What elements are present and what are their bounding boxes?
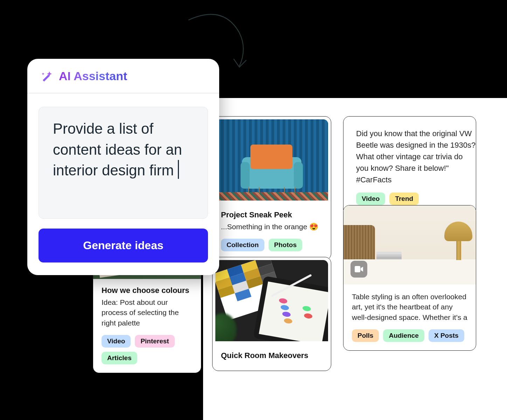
tag-row: Video Pinterest Articles — [102, 335, 193, 364]
card-title: Project Sneak Peek — [221, 210, 322, 219]
tag-polls[interactable]: Polls — [352, 329, 379, 342]
svg-rect-0 — [355, 266, 360, 272]
generate-button[interactable]: Generate ideas — [39, 229, 208, 262]
tag-video[interactable]: Video — [356, 192, 385, 205]
tag-photos[interactable]: Photos — [269, 239, 302, 251]
ai-panel-header: AI Assistant — [27, 59, 219, 93]
card-desc: Table styling is an often overlooked art… — [352, 292, 467, 322]
tag-row: Collection Photos — [221, 239, 322, 251]
card-desc: ...Something in the orange 😍 — [221, 222, 322, 232]
content-area: Project Sneak Peek ...Something in the o… — [203, 98, 507, 420]
card-sneak-peek[interactable]: Project Sneak Peek ...Something in the o… — [212, 116, 331, 260]
text-cursor — [178, 160, 179, 179]
ai-assistant-panel: AI Assistant Provide a list of content i… — [27, 59, 219, 275]
card-image — [343, 205, 476, 285]
tag-row: Video Trend — [356, 192, 476, 205]
tag-pinterest[interactable]: Pinterest — [135, 335, 174, 348]
tag-audience[interactable]: Audience — [383, 329, 424, 342]
card-colours[interactable]: PANT... Willow Bough How we choose colou… — [93, 259, 201, 373]
card-title: Quick Room Makeovers — [221, 351, 322, 360]
card-table-styling[interactable]: Table styling is an often overlooked art… — [343, 205, 476, 351]
card-desc: Idea: Post about our process of selectin… — [102, 297, 193, 328]
tag-video[interactable]: Video — [102, 335, 131, 348]
card-image — [215, 260, 328, 341]
card-desc: Did you know that the original VW Beetle… — [356, 128, 476, 186]
tag-trend[interactable]: Trend — [389, 192, 419, 205]
card-image — [215, 119, 328, 201]
magic-wand-icon — [41, 70, 53, 82]
card-beetle[interactable]: Did you know that the original VW Beetle… — [343, 116, 476, 215]
tag-collection[interactable]: Collection — [221, 239, 264, 251]
ai-panel-title: AI Assistant — [59, 69, 127, 83]
card-title: How we choose colours — [102, 286, 193, 295]
tag-articles[interactable]: Articles — [102, 352, 137, 364]
prompt-input[interactable]: Provide a list of content ideas for an i… — [39, 107, 208, 219]
video-icon — [350, 261, 367, 278]
card-quick-makeovers[interactable]: Quick Room Makeovers — [212, 257, 331, 371]
tag-row: Polls Audience X Posts — [352, 329, 467, 342]
tag-xposts[interactable]: X Posts — [429, 329, 464, 342]
